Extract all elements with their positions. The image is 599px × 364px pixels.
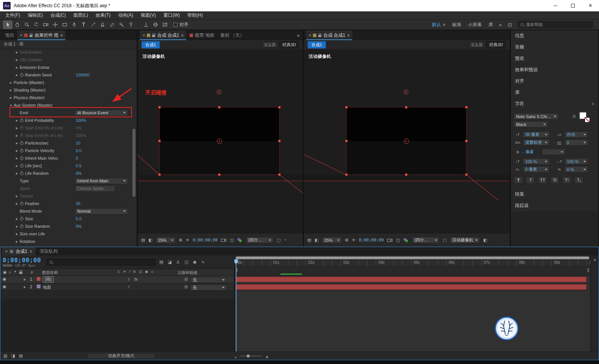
expand-transfer-controls-icon[interactable] xyxy=(11,354,15,358)
camera-tool[interactable] xyxy=(41,20,50,29)
quality-switch-icon[interactable] xyxy=(129,270,130,274)
time-ruler[interactable]: 0s01s02s03s04s05s06s07s08s09s10s xyxy=(235,259,590,267)
stopwatch-icon[interactable] xyxy=(20,149,23,152)
tracking-dropdown[interactable]: 0 xyxy=(565,139,588,146)
renderer-button[interactable]: 经典3D xyxy=(279,41,299,48)
zoom-slider[interactable] xyxy=(240,356,262,356)
local-axis-mode-icon[interactable] xyxy=(141,20,151,29)
effect-value[interactable]: 100% xyxy=(76,118,86,123)
twirl-icon[interactable] xyxy=(16,216,20,221)
quality-switch[interactable] xyxy=(128,285,129,289)
zoom-in-icon[interactable] xyxy=(265,353,269,359)
effect-row-13[interactable]: Particle Velocity0.0 xyxy=(0,147,137,154)
solo-column-icon[interactable] xyxy=(14,270,16,273)
close-button[interactable] xyxy=(582,0,599,11)
twirl-icon[interactable] xyxy=(16,171,20,176)
panel-section-top-1[interactable]: 音频 xyxy=(511,42,598,53)
selection-handle[interactable] xyxy=(278,140,281,142)
menu-item-6[interactable]: 视图(V) xyxy=(137,11,160,19)
font-style-dropdown[interactable]: Black xyxy=(514,121,548,128)
stopwatch-icon[interactable] xyxy=(20,164,23,168)
selection-tool[interactable] xyxy=(3,20,12,29)
twirl-icon[interactable] xyxy=(10,80,14,85)
mini-flowchart-icon[interactable] xyxy=(141,238,145,242)
close-tab-icon[interactable] xyxy=(5,249,8,254)
snapshot-icon[interactable] xyxy=(221,238,226,242)
eraser-tool[interactable] xyxy=(107,20,117,29)
resolution-dropdown[interactable]: (四分… xyxy=(412,237,439,243)
panel-overflow-icon[interactable] xyxy=(508,22,512,27)
show-channels-icon[interactable] xyxy=(403,238,409,243)
selection-handle[interactable] xyxy=(345,140,348,142)
effect-row-20[interactable]: Feather30 xyxy=(0,200,137,207)
stopwatch-icon[interactable] xyxy=(20,172,23,175)
effect-dropdown[interactable]: At Bounce Event xyxy=(75,110,128,116)
effect-value[interactable]: 10 xyxy=(76,141,80,145)
layer-name[interactable]: [雨] xyxy=(43,276,54,283)
tab-composition[interactable]: 合成 合成1 xyxy=(306,30,352,40)
view-layout-icon[interactable] xyxy=(483,238,487,242)
twirl-icon[interactable] xyxy=(16,232,20,236)
timeline-search-input[interactable] xyxy=(47,259,156,266)
stroke-color-swatch[interactable] xyxy=(585,117,590,123)
selection-handle[interactable] xyxy=(405,106,408,109)
comp-breadcrumb-chip[interactable]: 合成1 xyxy=(142,41,160,48)
effect-row-10[interactable]: Start Emit [% of Life]0% xyxy=(0,124,137,132)
twirl-icon[interactable] xyxy=(16,163,20,168)
workspace-overflow-icon[interactable] xyxy=(499,22,502,27)
layer-color-chip[interactable] xyxy=(37,285,40,288)
magnification-dropdown[interactable]: 25% xyxy=(322,237,342,243)
stopwatch-icon[interactable] xyxy=(20,202,23,205)
close-tab-icon[interactable] xyxy=(309,33,311,37)
tab-project[interactable]: 项目 xyxy=(2,32,17,39)
stopwatch-icon[interactable] xyxy=(20,157,23,160)
view-3d-dropdown[interactable]: 活动摄像机 xyxy=(450,237,480,243)
shy-layers-icon[interactable] xyxy=(176,260,180,264)
selection-handle[interactable] xyxy=(158,173,161,176)
workspace-tab-0[interactable]: 默认 xyxy=(432,22,445,28)
workspace-tab-2[interactable]: 小屏幕 xyxy=(468,22,482,28)
visibility-toggle-icon[interactable] xyxy=(3,277,6,281)
twirl-icon[interactable] xyxy=(16,50,20,54)
frame-blend-icon[interactable] xyxy=(185,260,188,264)
panel-menu-icon[interactable] xyxy=(61,33,63,37)
effect-value[interactable]: 0.0 xyxy=(76,148,81,153)
twirl-icon[interactable] xyxy=(16,156,20,160)
twirl-icon[interactable] xyxy=(16,73,20,77)
baseline-shift-dropdown[interactable]: 0 像素 xyxy=(523,166,549,173)
viewport[interactable]: 活动摄像机 开启碰撞 xyxy=(138,50,303,233)
frame-blend-switch-icon[interactable] xyxy=(139,270,142,274)
stopwatch-icon[interactable] xyxy=(20,126,23,130)
show-channels-icon[interactable] xyxy=(237,238,243,243)
menu-item-4[interactable]: 效果(T) xyxy=(92,11,114,19)
selection-handle[interactable] xyxy=(218,173,221,176)
tab-overflow-icon[interactable] xyxy=(297,33,300,38)
selection-handle[interactable] xyxy=(345,173,348,176)
zoom-slider-thumb[interactable] xyxy=(247,355,250,358)
layer-name[interactable]: 地面 xyxy=(43,285,51,290)
display-settings-icon[interactable] xyxy=(148,238,152,242)
twirl-icon[interactable] xyxy=(10,103,14,107)
effect-row-24[interactable]: Size over Life xyxy=(0,230,137,238)
panel-menu-icon[interactable] xyxy=(347,33,349,37)
panel-section-top-5[interactable]: 库 xyxy=(511,87,598,98)
effect-row-4[interactable]: Particle (Master) xyxy=(0,79,137,86)
brush-tool[interactable] xyxy=(88,20,98,29)
effect-row-16[interactable]: Life Random0% xyxy=(0,170,137,177)
graph-editor-icon[interactable] xyxy=(201,260,205,264)
effect-row-25[interactable]: Rotation xyxy=(0,238,137,245)
help-search-input[interactable]: 搜索帮助 xyxy=(518,21,593,28)
motion-blur-switch-icon[interactable] xyxy=(145,270,148,274)
selection-handle[interactable] xyxy=(218,106,221,109)
effect-row-9[interactable]: Emit Probability100% xyxy=(0,117,137,124)
twirl-icon[interactable] xyxy=(16,201,20,206)
lock-column-icon[interactable] xyxy=(19,272,22,274)
tab-effect-controls[interactable]: 效果控件 雨 xyxy=(17,30,65,40)
layer-duration-bar[interactable] xyxy=(235,284,587,290)
vertical-scale-dropdown[interactable]: 100 % xyxy=(523,158,549,165)
stopwatch-icon[interactable] xyxy=(20,217,23,221)
audio-column-icon[interactable] xyxy=(9,270,11,274)
panel-section-top-0[interactable]: 信息 xyxy=(511,30,598,41)
kerning-dropdown[interactable]: 度量标准 xyxy=(523,139,549,146)
effect-row-18[interactable]: SpriteChoose Sprite... xyxy=(0,185,137,192)
